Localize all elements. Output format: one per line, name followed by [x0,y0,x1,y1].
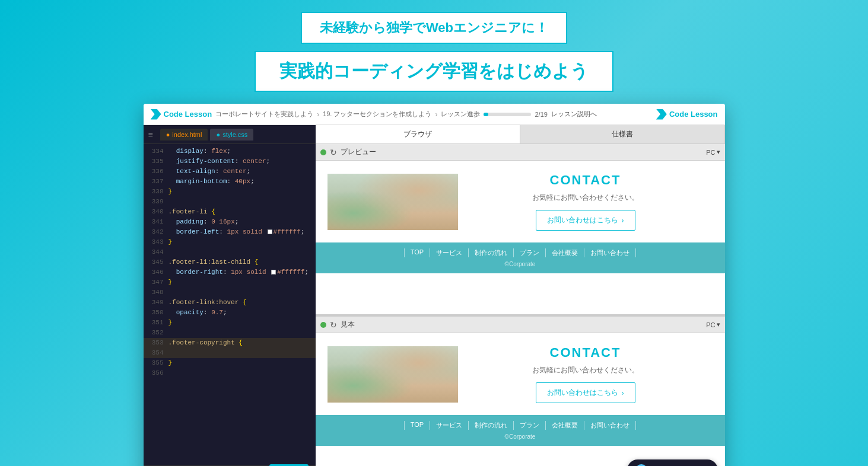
hero-section: 未経験から独学でWebエンジニアに！ 実践的コーディング学習をはじめよう [12,12,856,92]
sample-pc-dropdown[interactable]: PC ▾ [706,321,720,328]
sample-footer-link-top[interactable]: TOP [404,421,430,430]
code-line: 344 [144,247,316,257]
logo-text-left: Code Lesson [164,110,212,119]
sample-topbar: ↻ 見本 PC ▾ [316,317,725,333]
hamburger-icon[interactable]: ≡ [148,130,153,139]
sample-contact-btn-text: お問い合わせはこちら [547,388,618,398]
tab-css-dot: ● [216,131,220,138]
code-line: 346 border-right: 1px solid #ffffff; [144,267,316,277]
sample-contact-image [328,346,458,403]
tab-css-label: style.css [222,131,247,138]
status-dot [320,149,326,155]
code-line: 352 [144,328,316,338]
code-line: 351} [144,318,316,328]
preview-contact-image [328,174,458,230]
arrow-2: › [435,110,437,119]
sample-footer-link-service[interactable]: サービス [430,421,469,430]
code-editor: ≡ ● index.html ● style.css 334 display: … [144,125,316,466]
preview-footer-link-service[interactable]: サービス [430,248,469,257]
preview-footer-link-top[interactable]: TOP [404,248,430,257]
ai-help-button[interactable]: AI AIに問題を質問する [627,459,717,466]
preview-topbar: ↻ プレビュー PC ▾ [316,144,725,161]
code-line: 341 padding: 0 16px; [144,217,316,227]
editor-tabs: ≡ ● index.html ● style.css [144,125,316,144]
preview-contact-btn-arrow: › [622,216,624,225]
code-line: 336 text-align: center; [144,167,316,177]
code-line: 337 margin-bottom: 40px; [144,177,316,187]
code-line-highlighted: 354 [144,348,316,358]
office-photo-preview [328,174,458,230]
reload-icon[interactable]: ↻ [330,148,337,157]
step-label: レッスン進歩 [441,110,480,119]
tab-html-dot: ● [166,131,170,138]
hero-title-2: 実践的コーディング学習をはじめよう [255,51,613,92]
code-line: 335 justify-content: center; [144,157,316,167]
browser-content-sample: CONTACT お気軽にお問い合わせください。 お問い合わせはこちら › TOP [316,333,725,466]
preview-footer-copyright: ©Corporate [316,261,725,267]
preview-pane: ↻ プレビュー PC ▾ CONTACT [316,144,725,466]
code-line: 355} [144,358,316,368]
code-line: 350 opacity: 0.7; [144,308,316,318]
sample-status-dot [320,322,326,328]
preview-contact-title: CONTACT [470,173,701,188]
breadcrumb-course: コーポレートサイトを実践しよう [215,110,313,119]
preview-contact-subtitle: お気軽にお問い合わせください。 [470,193,701,203]
sample-footer-link-about[interactable]: 会社概要 [546,421,584,430]
preview-footer-link-flow[interactable]: 制作の流れ [469,248,514,257]
progress-count: 2/19 [535,111,547,118]
sample-footer-link-contact[interactable]: お問い合わせ [584,421,636,430]
ide-body: ≡ ● index.html ● style.css 334 display: … [144,125,725,466]
logo-right[interactable]: Code Lesson [656,109,718,120]
tab-html-label: index.html [172,131,202,138]
office-photo-sample [328,346,458,403]
spec-tab[interactable]: 仕様書 [520,125,725,143]
code-line: 348 [144,288,316,298]
sample-chevron-down-icon: ▾ [717,321,720,328]
code-line: 345.footer-li:last-child { [144,257,316,267]
sample-label: 見本 [341,320,355,330]
tab-css[interactable]: ● style.css [210,129,253,141]
code-line: 340.footer-li { [144,207,316,217]
sample-contact-btn-arrow: › [622,389,624,397]
sample-reload-icon[interactable]: ↻ [330,320,337,330]
code-line-highlighted: 353.footer-copyright { [144,338,316,348]
preview-contact-text: CONTACT お気軽にお問い合わせください。 お問い合わせはこちら › [458,173,713,231]
sample-contact-subtitle: お気軽にお問い合わせください。 [470,365,701,375]
sample-pc-label: PC [706,321,715,328]
sample-footer-link-flow[interactable]: 制作の流れ [469,421,514,430]
ide-navbar: Code Lesson コーポレートサイトを実践しよう › 19. フッターセク… [144,104,725,125]
preview-contact-btn-text: お問い合わせはこちら [547,215,618,225]
code-lines[interactable]: 334 display: flex; 335 justify-content: … [144,144,316,465]
logo-icon-left [151,109,161,120]
code-line: 342 border-left: 1px solid #ffffff; [144,227,316,237]
sample-contact-btn[interactable]: お問い合わせはこちら › [536,382,635,403]
pc-dropdown[interactable]: PC ▾ [706,148,720,156]
code-line: 334 display: flex; [144,146,316,157]
preview-footer-link-plan[interactable]: プラン [514,248,546,257]
sample-contact-text: CONTACT お気軽にお問い合わせください。 お問い合わせはこちら › [458,345,713,403]
preview-footer-link-contact[interactable]: お問い合わせ [584,248,636,257]
sample-contact-section: CONTACT お気軽にお問い合わせください。 お問い合わせはこちら › [316,333,725,415]
logo-text-right: Code Lesson [669,110,718,119]
code-line: 347} [144,277,316,288]
sample-footer-copyright: ©Corporate [316,433,725,440]
browser-tab[interactable]: ブラウザ [316,125,520,143]
ide-window: Code Lesson コーポレートサイトを実践しよう › 19. フッターセク… [144,104,725,466]
lesson-desc-btn[interactable]: レッスン説明へ [551,110,597,119]
breadcrumb-lesson[interactable]: 19. フッターセクションを作成しよう [323,110,431,119]
logo-left[interactable]: Code Lesson [151,109,212,120]
preview-contact-section: CONTACT お気軽にお問い合わせください。 お問い合わせはこちら › [316,161,725,242]
preview-footer-link-about[interactable]: 会社概要 [546,248,584,257]
tab-html[interactable]: ● index.html [160,129,208,141]
run-button[interactable]: 実行する [269,464,309,467]
progress-bar-fill [484,113,488,116]
code-line: 343} [144,237,316,247]
preview-label: プレビュー [341,147,376,157]
right-panel: ブラウザ 仕様書 ↻ プレビュー PC ▾ [316,125,725,466]
preview-contact-btn[interactable]: お問い合わせはこちら › [536,210,635,231]
code-line: 339 [144,197,316,207]
progress-bar-container [484,113,531,116]
arrow-1: › [317,110,319,119]
sample-footer-link-plan[interactable]: プラン [514,421,546,430]
sample-contact-title: CONTACT [470,345,701,360]
